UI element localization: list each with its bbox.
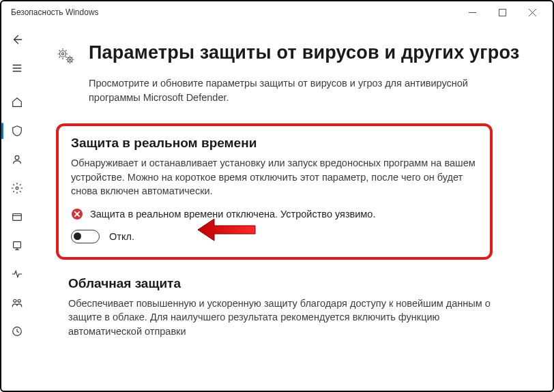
- svg-point-17: [69, 59, 70, 60]
- toggle-knob: [74, 232, 81, 240]
- svg-rect-9: [13, 214, 22, 221]
- cloud-title: Облачная защита: [68, 276, 491, 291]
- titlebar: Безопасность Windows: [1, 1, 553, 23]
- nav-firewall[interactable]: [1, 175, 33, 202]
- back-button[interactable]: [1, 26, 33, 53]
- error-icon: [71, 208, 83, 220]
- nav-virus-protection[interactable]: [1, 117, 33, 145]
- svg-point-15: [61, 52, 63, 55]
- cloud-protection-section: Облачная защита Обеспечивает повышенную …: [68, 276, 491, 339]
- nav-family[interactable]: [1, 289, 33, 316]
- svg-point-12: [18, 299, 20, 302]
- maximize-button[interactable]: [487, 2, 517, 22]
- settings-gears-icon: [56, 46, 75, 68]
- nav-protection-history[interactable]: [1, 318, 33, 345]
- nav-home[interactable]: [1, 89, 33, 116]
- svg-rect-1: [499, 9, 506, 16]
- realtime-toggle[interactable]: [71, 230, 100, 243]
- svg-point-16: [68, 57, 72, 62]
- menu-button[interactable]: [1, 55, 33, 82]
- nav-device-security[interactable]: [1, 232, 33, 259]
- close-button[interactable]: [517, 2, 547, 22]
- nav-device-health[interactable]: [1, 260, 33, 288]
- cloud-desc: Обеспечивает повышенную и ускоренную защ…: [68, 297, 491, 339]
- svg-rect-10: [14, 242, 21, 248]
- realtime-title: Защита в реальном времени: [71, 136, 476, 151]
- page-title: Параметры защиты от вирусов и других угр…: [89, 41, 519, 65]
- svg-point-7: [15, 155, 19, 160]
- window-title: Безопасность Windows: [11, 7, 457, 17]
- minimize-button[interactable]: [457, 2, 487, 22]
- svg-point-11: [14, 299, 16, 302]
- realtime-alert: Защита в реальном времени отключена. Уст…: [71, 208, 476, 220]
- realtime-protection-section: Защита в реальном времени Обнаруживает и…: [56, 123, 493, 260]
- main-content: Параметры защиты от вирусов и других угр…: [33, 23, 553, 391]
- sidebar: [1, 23, 33, 391]
- realtime-alert-text: Защита в реальном времени отключена. Уст…: [90, 209, 375, 220]
- realtime-desc: Обнаруживает и останавливает установку и…: [71, 156, 476, 198]
- nav-app-control[interactable]: [1, 203, 33, 230]
- page-subtitle: Просмотрите и обновите параметры защиты …: [89, 76, 471, 104]
- svg-point-14: [60, 51, 66, 57]
- nav-account[interactable]: [1, 146, 33, 173]
- realtime-toggle-label: Откл.: [109, 231, 134, 242]
- svg-point-8: [16, 187, 18, 190]
